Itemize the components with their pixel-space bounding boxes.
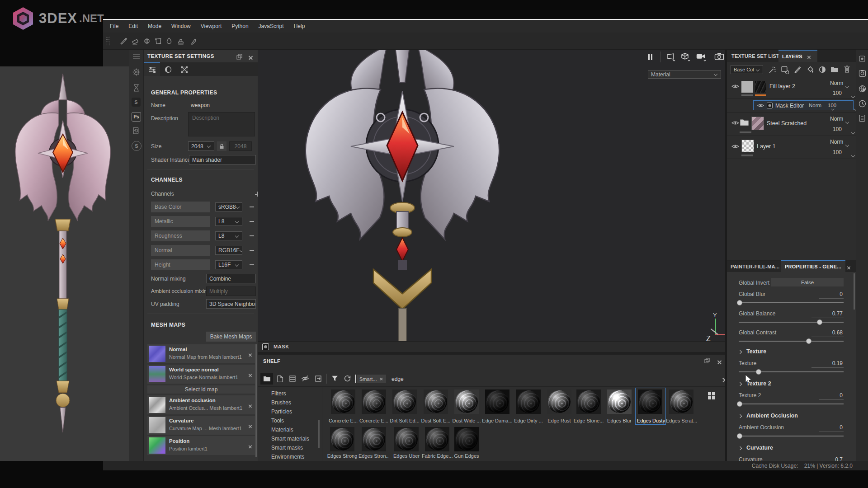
size-dropdown[interactable]: 2048 bbox=[188, 141, 214, 151]
effect-name[interactable]: Mask Editor bbox=[775, 103, 804, 109]
normal-mixing-dropdown[interactable]: Combine bbox=[206, 274, 256, 283]
layer-color-thumbnail[interactable] bbox=[741, 81, 753, 93]
new-resource-icon[interactable] bbox=[277, 375, 283, 383]
shelf-cat-filters[interactable]: Filters bbox=[271, 390, 286, 397]
log-list-icon[interactable] bbox=[859, 114, 866, 122]
mask-editor-row-selected[interactable]: Mask Editor Norm 100 bbox=[753, 100, 854, 110]
close-tab-icon[interactable] bbox=[807, 55, 811, 59]
fill-layer-icon[interactable] bbox=[781, 66, 789, 74]
channel-format-dropdown[interactable]: L16F bbox=[215, 260, 242, 269]
uv-padding-dropdown[interactable]: 3D Space Neighbor bbox=[206, 299, 256, 309]
visibility-eye-icon[interactable] bbox=[731, 120, 739, 126]
strip-grip[interactable] bbox=[133, 54, 140, 55]
texture-2-slider[interactable] bbox=[739, 404, 844, 404]
remove-channel-icon[interactable] bbox=[250, 206, 254, 207]
layer-opacity[interactable]: 100 bbox=[833, 126, 842, 132]
category-scrollbar[interactable] bbox=[318, 420, 320, 448]
clone-stamp-tool-icon[interactable] bbox=[177, 37, 185, 45]
shelf-item-thumb[interactable] bbox=[454, 427, 479, 451]
mesh-map-row[interactable]: Normal Normal Map from Mesh lambert1 bbox=[147, 344, 255, 363]
global-contrast-slider[interactable] bbox=[739, 341, 844, 342]
shelf-item-thumb[interactable] bbox=[392, 389, 417, 414]
shelf-item-thumb[interactable] bbox=[576, 389, 601, 414]
shelf-item-thumb[interactable] bbox=[638, 389, 662, 414]
shelf-cat-tools[interactable]: Tools bbox=[271, 418, 284, 424]
channel-format-dropdown[interactable]: sRGB8 bbox=[215, 202, 242, 211]
shelf-item-thumb[interactable] bbox=[330, 427, 354, 451]
filter-funnel-icon[interactable] bbox=[331, 375, 339, 382]
tss-scrollbar[interactable] bbox=[255, 344, 257, 457]
effect-opacity[interactable]: 100 bbox=[828, 103, 836, 108]
fill-bucket-icon[interactable] bbox=[806, 66, 814, 74]
camera-video-icon[interactable] bbox=[696, 53, 707, 61]
panel-dock-icon[interactable] bbox=[859, 55, 866, 62]
slider-knob[interactable] bbox=[737, 401, 742, 407]
remove-channel-icon[interactable] bbox=[250, 250, 254, 251]
group-folder-icon[interactable] bbox=[830, 66, 839, 73]
layer-opacity[interactable]: 100 bbox=[833, 149, 842, 155]
shelf-item-thumb[interactable] bbox=[362, 427, 386, 451]
material-mode-dropdown[interactable]: Material bbox=[648, 70, 721, 79]
layer-name[interactable]: Layer 1 bbox=[757, 143, 776, 150]
layer-row[interactable]: Steel Scratched Norm 100 bbox=[727, 113, 856, 135]
channel-row[interactable]: Metallic bbox=[151, 216, 210, 227]
channel-row[interactable]: Roughness bbox=[151, 230, 210, 241]
global-blur-slider[interactable] bbox=[739, 302, 844, 303]
layer-mask-thumbnail[interactable] bbox=[755, 81, 766, 93]
texture-value[interactable]: 0.19 bbox=[811, 360, 844, 368]
curvature-value[interactable]: 0.7 bbox=[814, 456, 844, 461]
channel-format-dropdown[interactable]: L8 bbox=[215, 231, 242, 240]
float-panel-icon[interactable] bbox=[704, 358, 710, 363]
texture-slider[interactable] bbox=[739, 371, 844, 372]
menu-edit[interactable]: Edit bbox=[123, 20, 143, 33]
tab-layers[interactable]: LAYERS bbox=[778, 50, 817, 62]
close-tab-icon[interactable] bbox=[847, 266, 851, 270]
shelf-item-thumb[interactable] bbox=[425, 427, 449, 451]
smart-material-icon[interactable] bbox=[818, 66, 826, 74]
shelf-item-thumb[interactable] bbox=[362, 389, 386, 414]
remove-channel-icon[interactable] bbox=[250, 221, 254, 222]
layer-name[interactable]: Steel Scratched bbox=[767, 120, 807, 127]
tab-settings-sliders-icon[interactable] bbox=[144, 63, 160, 76]
hourglass-icon[interactable] bbox=[132, 84, 140, 92]
visibility-eye-icon[interactable] bbox=[757, 103, 764, 108]
bake-mesh-maps-button[interactable]: Bake Mesh Maps bbox=[206, 332, 256, 342]
clear-map-icon[interactable] bbox=[248, 445, 252, 449]
visibility-eye-icon[interactable] bbox=[731, 144, 739, 149]
viewport-3d[interactable]: Material Y X Z bbox=[258, 50, 725, 341]
shader-instance-dropdown[interactable]: Main shader bbox=[189, 155, 256, 164]
section-curvature[interactable]: Curvature bbox=[739, 445, 773, 451]
menu-file[interactable]: File bbox=[105, 20, 123, 33]
history-clock-icon[interactable] bbox=[859, 100, 866, 108]
close-panel-icon[interactable] bbox=[717, 360, 722, 365]
slider-knob[interactable] bbox=[756, 369, 761, 375]
blend-mode[interactable]: Norm bbox=[830, 80, 843, 86]
search-filter-chip[interactable]: Smart... bbox=[357, 375, 386, 383]
slider-knob[interactable] bbox=[737, 300, 742, 305]
export-icon[interactable] bbox=[315, 375, 322, 382]
shelf-cat-smart-masks[interactable]: Smart masks bbox=[271, 445, 303, 451]
channel-format-dropdown[interactable]: RGB16F bbox=[215, 246, 242, 255]
slider-knob[interactable] bbox=[806, 338, 811, 344]
size-lock-icon[interactable] bbox=[217, 141, 226, 151]
shelf-item-thumb[interactable] bbox=[454, 389, 479, 414]
ambient-occlusion-slider[interactable] bbox=[739, 436, 844, 436]
mask-icon[interactable] bbox=[262, 343, 269, 350]
pause-icon[interactable] bbox=[648, 54, 650, 60]
substance-icon[interactable]: S bbox=[132, 98, 141, 107]
visibility-eye-icon[interactable] bbox=[731, 84, 739, 89]
projection-tool-icon[interactable] bbox=[143, 37, 151, 45]
camera-photo-icon[interactable] bbox=[714, 52, 724, 61]
texture-2-value[interactable]: 0 bbox=[819, 392, 844, 400]
remove-channel-icon[interactable] bbox=[250, 264, 254, 265]
menu-window[interactable]: Window bbox=[166, 20, 196, 33]
shelf-search-input[interactable] bbox=[391, 374, 483, 384]
group-thumbnail[interactable] bbox=[751, 117, 764, 130]
channel-filter-dropdown[interactable]: Base Col bbox=[731, 65, 763, 74]
photoshop-icon[interactable]: Ps bbox=[132, 112, 141, 122]
browse-folder-button[interactable] bbox=[260, 373, 273, 385]
eraser-tool-icon[interactable] bbox=[131, 37, 139, 45]
slider-knob[interactable] bbox=[817, 319, 822, 325]
sprocket-icon[interactable] bbox=[132, 68, 141, 76]
viewport-display-icon[interactable] bbox=[666, 52, 676, 61]
